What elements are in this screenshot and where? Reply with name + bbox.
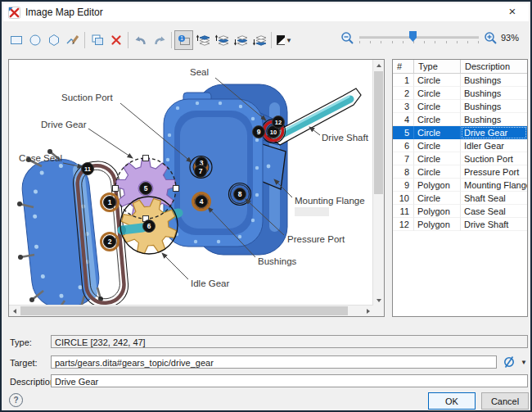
polyline-tool-button[interactable] (63, 30, 82, 50)
selection-handle-n[interactable] (143, 156, 149, 161)
table-cell[interactable]: Idler Gear (461, 139, 527, 152)
table-cell[interactable]: Circle (414, 126, 461, 139)
bring-forward-button[interactable] (212, 30, 231, 50)
zoom-in-icon[interactable] (484, 31, 498, 45)
table-row[interactable]: 12PolygonDrive Shaft (393, 218, 527, 231)
table-cell[interactable]: Drive Gear (461, 126, 527, 139)
table-cell[interactable]: Circle (414, 152, 461, 165)
horizontal-scrollbar[interactable] (9, 305, 373, 316)
zoom-out-icon[interactable] (340, 31, 354, 45)
table-cell[interactable]: 5 (393, 126, 414, 139)
selection-handle-e[interactable] (174, 186, 179, 192)
area-table-header[interactable]: #TypeDescription (393, 60, 527, 74)
column-header-description[interactable]: Description (461, 60, 527, 74)
table-cell[interactable]: Bushings (461, 87, 527, 100)
table-cell[interactable]: Circle (414, 165, 461, 179)
column-header-type[interactable]: Type (414, 60, 461, 74)
redo-button[interactable] (150, 30, 169, 50)
table-row[interactable]: 11PolygonCase Seal (393, 205, 527, 218)
table-cell[interactable]: 6 (393, 139, 414, 152)
zoom-slider[interactable] (358, 29, 480, 46)
table-cell[interactable]: Polygon (414, 218, 461, 231)
table-cell[interactable]: 10 (393, 192, 414, 205)
table-cell[interactable]: Circle (414, 74, 461, 87)
send-to-back-button[interactable] (250, 30, 268, 50)
ok-button[interactable]: OK (428, 392, 476, 410)
table-cell[interactable]: 11 (393, 205, 414, 218)
table-cell[interactable]: 2 (393, 87, 414, 100)
table-cell[interactable]: Case Seal (461, 205, 527, 218)
area-marker-1[interactable]: 1 (101, 194, 119, 211)
circle-tool-button[interactable] (25, 30, 44, 50)
table-row[interactable]: 5CircleDrive Gear (393, 126, 527, 139)
target-field[interactable]: parts/gears.dita#gears_topic/drive_gear (51, 355, 497, 369)
table-cell[interactable]: Pressure Port (461, 165, 527, 179)
pump-diagram[interactable]: SealSuction PortDrive GearCase SealDrive… (9, 60, 373, 306)
show-numbers-toggle[interactable]: 1 (174, 30, 193, 50)
help-button[interactable]: ? (9, 393, 23, 407)
type-field[interactable]: CIRCLE [232, 242, 47] (51, 335, 528, 348)
reference-dropdown-caret[interactable]: ▼ (521, 359, 527, 366)
selection-handle-w[interactable] (113, 186, 119, 192)
table-row[interactable]: 8CirclePressure Port (393, 165, 527, 179)
table-cell[interactable]: 12 (393, 218, 414, 231)
table-cell[interactable]: 1 (393, 74, 414, 87)
table-cell[interactable]: Bushings (461, 74, 527, 87)
scroll-up-button[interactable] (373, 60, 384, 70)
color-swatch-button[interactable]: ▼ (274, 30, 293, 50)
vertical-scroll-thumb[interactable] (374, 71, 383, 194)
polygon-tool-button[interactable] (44, 30, 63, 50)
bring-to-front-button[interactable] (193, 30, 212, 50)
scroll-left-button[interactable] (9, 306, 20, 316)
rectangle-tool-button[interactable] (7, 30, 25, 50)
send-backward-button[interactable] (231, 30, 250, 50)
area-marker-9[interactable]: 9 (253, 126, 265, 138)
column-header-[interactable]: # (393, 60, 414, 74)
table-cell[interactable]: Circle (414, 192, 461, 205)
table-cell[interactable]: 7 (393, 152, 414, 165)
duplicate-button[interactable] (88, 30, 106, 50)
table-cell[interactable]: Mounting Flange (461, 179, 527, 192)
horizontal-scroll-thumb[interactable] (20, 306, 348, 315)
table-cell[interactable]: Polygon (414, 179, 461, 192)
table-cell[interactable]: 9 (393, 179, 414, 192)
image-map-canvas[interactable]: SealSuction PortDrive GearCase SealDrive… (8, 59, 385, 317)
zoom-slider-track[interactable] (359, 36, 479, 38)
table-row[interactable]: 2CircleBushings (393, 87, 527, 100)
scroll-down-button[interactable] (373, 295, 384, 306)
table-cell[interactable]: Shaft Seal (461, 192, 527, 205)
table-cell[interactable]: Bushings (461, 100, 527, 113)
area-marker-6[interactable]: 6 (143, 220, 156, 233)
table-cell[interactable]: Bushings (461, 113, 527, 126)
table-cell[interactable]: Polygon (414, 205, 461, 218)
insert-reference-button[interactable] (501, 355, 517, 369)
description-field[interactable]: Drive Gear (51, 374, 528, 387)
table-row[interactable]: 3CircleBushings (393, 100, 527, 113)
vertical-scrollbar[interactable] (372, 60, 384, 306)
table-cell[interactable]: Circle (414, 113, 461, 126)
table-row[interactable]: 1CircleBushings (393, 74, 527, 87)
table-row[interactable]: 6CircleIdler Gear (393, 139, 527, 152)
area-marker-2[interactable]: 2 (101, 233, 119, 251)
area-marker-4[interactable]: 4 (193, 193, 210, 211)
area-marker-12[interactable]: 12 (273, 116, 285, 129)
table-row[interactable]: 7CircleSuction Port (393, 152, 527, 165)
areas-table[interactable]: #TypeDescription 1CircleBushings2CircleB… (392, 59, 528, 317)
table-cell[interactable]: Drive Shaft (461, 218, 527, 231)
undo-button[interactable] (131, 30, 150, 50)
table-row[interactable]: 10CircleShaft Seal (393, 192, 527, 205)
scroll-right-button[interactable] (363, 306, 373, 316)
table-row[interactable]: 9PolygonMounting Flange (393, 179, 527, 192)
table-row[interactable]: 4CircleBushings (393, 113, 527, 126)
area-marker-7[interactable]: 7 (195, 165, 207, 178)
cancel-button[interactable]: Cancel (481, 392, 529, 410)
table-cell[interactable]: 3 (393, 100, 414, 113)
table-cell[interactable]: 8 (393, 165, 414, 179)
table-cell[interactable]: Circle (414, 139, 461, 152)
delete-button[interactable] (106, 30, 125, 50)
table-cell[interactable]: Suction Port (461, 152, 527, 165)
table-cell[interactable]: Circle (414, 100, 461, 113)
area-marker-11[interactable]: 11 (82, 163, 94, 175)
area-marker-8[interactable]: 8 (234, 188, 246, 201)
table-cell[interactable]: Circle (414, 87, 461, 100)
